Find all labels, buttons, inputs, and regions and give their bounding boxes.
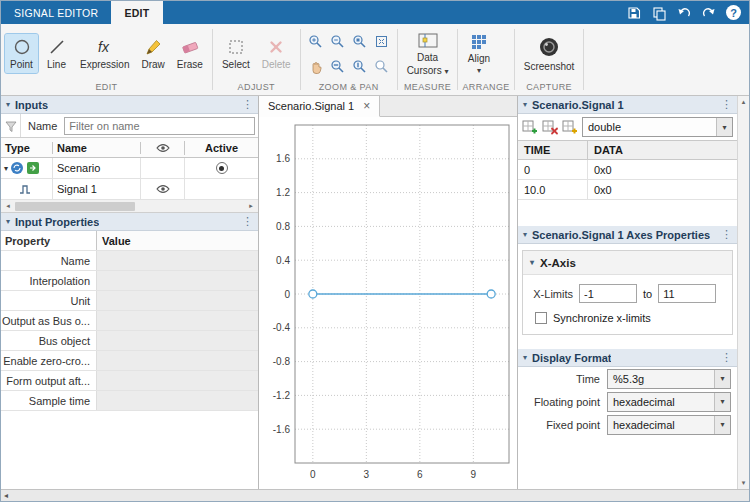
panel-menu-icon[interactable]: ⋮ (721, 228, 732, 241)
filter-input[interactable] (64, 117, 255, 135)
table-row-scenario[interactable]: ▾ Scenario (1, 158, 258, 179)
active-radio[interactable] (216, 162, 228, 174)
expression-button[interactable]: fx Expression (75, 34, 134, 73)
screenshot-button[interactable]: Screenshot (519, 32, 580, 75)
signal-data-row[interactable]: 10.0 0x0 (518, 180, 737, 200)
property-value[interactable] (97, 331, 258, 350)
property-value[interactable] (97, 371, 258, 390)
property-value[interactable] (97, 351, 258, 370)
filter-funnel-button[interactable] (1, 114, 21, 137)
point-label: Point (10, 59, 33, 70)
property-row-bus-object[interactable]: Bus object (1, 331, 258, 351)
property-row-enable-zero-crossing[interactable]: Enable zero-cro... (1, 351, 258, 371)
svg-text:1.2: 1.2 (276, 187, 290, 198)
panel-menu-icon[interactable]: ⋮ (721, 98, 732, 111)
zoom-region-button[interactable] (349, 29, 371, 54)
copy-icon[interactable] (651, 5, 667, 21)
select-button[interactable]: Select (217, 34, 255, 73)
property-value[interactable] (97, 311, 258, 330)
line-label: Line (47, 59, 66, 70)
property-value[interactable] (97, 391, 258, 410)
right-vertical-scrollbar[interactable]: ▴ ▾ (737, 96, 749, 489)
add-row-icon[interactable] (522, 119, 539, 135)
x-min-input[interactable] (579, 284, 637, 303)
eye-icon[interactable] (155, 182, 171, 196)
signal-table-header: TIME DATA (518, 140, 737, 160)
chevron-down-icon[interactable]: ▾ (716, 118, 732, 136)
scroll-up-icon[interactable]: ▴ (742, 98, 746, 106)
redo-icon[interactable] (701, 5, 717, 21)
zoom-x-button[interactable] (327, 54, 349, 79)
section-label-arrange: ARRANGE (462, 81, 509, 95)
property-row-unit[interactable]: Unit (1, 291, 258, 311)
sync-x-limits-checkbox[interactable] (535, 312, 547, 324)
properties-table-header: Property Value (1, 231, 258, 251)
line-button[interactable]: Line (40, 34, 73, 73)
tab-edit[interactable]: EDIT (111, 1, 162, 24)
undo-icon[interactable] (676, 5, 692, 21)
pan-button[interactable] (305, 54, 327, 79)
data-type-dropdown[interactable]: double ▾ (582, 117, 733, 137)
time-format-dropdown[interactable]: %5.3g ▾ (607, 369, 731, 389)
delete-button[interactable]: Delete (257, 34, 296, 73)
table-row-signal1[interactable]: Signal 1 (1, 179, 258, 200)
zoom-y-button[interactable] (349, 54, 371, 79)
scroll-left-icon[interactable]: ◂ (1, 202, 15, 210)
chevron-down-icon[interactable]: ▾ (714, 416, 730, 434)
property-row-name[interactable]: Name (1, 251, 258, 271)
property-value[interactable] (97, 271, 258, 290)
scroll-right-icon[interactable]: ▸ (244, 202, 258, 210)
chevron-down-icon[interactable]: ▾ (714, 393, 730, 411)
zoom-reset-button[interactable] (371, 54, 393, 79)
delete-row-icon[interactable] (542, 119, 559, 135)
scroll-down-icon[interactable]: ▾ (742, 479, 746, 487)
panel-menu-icon[interactable]: ⋮ (721, 351, 732, 364)
signal-plot[interactable]: 0369-1.6-1.2-0.8-0.400.40.81.21.6 (259, 117, 519, 491)
collapse-arrow-icon[interactable]: ▾ (523, 353, 527, 362)
time-format-row: Time %5.3g ▾ (518, 367, 737, 390)
collapse-panel-icon[interactable]: ◂ (4, 491, 8, 500)
insert-row-icon[interactable] (562, 119, 579, 135)
scrollbar-thumb[interactable] (15, 202, 135, 211)
align-button[interactable]: Align ▾ (462, 30, 495, 78)
property-row-sample-time[interactable]: Sample time (1, 391, 258, 411)
collapse-arrow-icon[interactable]: ▾ (6, 217, 10, 226)
point-button[interactable]: Point (5, 34, 38, 73)
property-value[interactable] (97, 251, 258, 270)
signal-data-row[interactable]: 0 0x0 (518, 160, 737, 180)
ribbon-section-capture: Screenshot CAPTURE (515, 24, 584, 95)
collapse-arrow-icon: ▾ (530, 258, 534, 267)
ribbon-divider (583, 29, 584, 90)
zoom-in-button[interactable] (305, 29, 327, 54)
fixed-point-dropdown[interactable]: hexadecimal ▾ (607, 415, 731, 435)
floating-point-dropdown[interactable]: hexadecimal ▾ (607, 392, 731, 412)
inputs-horizontal-scrollbar[interactable]: ◂ ▸ (1, 200, 258, 213)
tab-scenario-signal1[interactable]: Scenario.Signal 1 × (259, 96, 380, 117)
tab-signal-editor[interactable]: SIGNAL EDITOR (1, 1, 111, 24)
zoom-out-button[interactable] (327, 29, 349, 54)
collapse-arrow-icon[interactable]: ▾ (6, 100, 10, 109)
panel-menu-icon[interactable]: ⋮ (242, 215, 253, 228)
collapse-arrow-icon[interactable]: ▾ (523, 100, 527, 109)
erase-button[interactable]: Erase (172, 34, 208, 73)
fit-view-button[interactable] (371, 29, 393, 54)
save-icon[interactable] (626, 5, 642, 21)
draw-button[interactable]: Draw (136, 34, 169, 73)
data-cursors-button[interactable]: Data Cursors ▾ (402, 29, 454, 79)
property-row-interpolation[interactable]: Interpolation (1, 271, 258, 291)
property-row-form-output[interactable]: Form output aft... (1, 371, 258, 391)
close-icon[interactable]: × (363, 100, 370, 112)
help-button[interactable]: ? (726, 5, 741, 20)
main-area: ▾ Inputs ⋮ Name Type Name Active (1, 96, 749, 489)
x-max-input[interactable] (658, 284, 716, 303)
expander-icon[interactable]: ▾ (4, 164, 8, 173)
property-row-output-as-bus[interactable]: Output as Bus o... (1, 311, 258, 331)
chevron-down-icon[interactable]: ▾ (714, 370, 730, 388)
property-value[interactable] (97, 291, 258, 310)
pan-hand-icon (308, 59, 323, 74)
panel-menu-icon[interactable]: ⋮ (242, 98, 253, 111)
collapse-arrow-icon[interactable]: ▾ (523, 230, 527, 239)
x-axis-group-header[interactable]: ▾ X-Axis (523, 251, 732, 275)
signal-toolbar: double ▾ (518, 114, 737, 140)
svg-text:0: 0 (310, 469, 316, 480)
